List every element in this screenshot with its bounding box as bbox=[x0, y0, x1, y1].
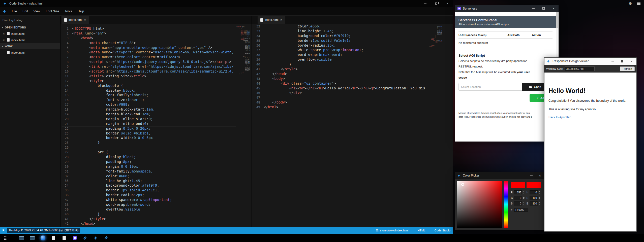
code-line-40[interactable]: 40 } bbox=[254, 62, 428, 67]
minimap[interactable]: color:#666; line-height:1.45; background… bbox=[428, 26, 442, 47]
code-line-20[interactable]: 20 margin-inline-start:0; bbox=[62, 117, 236, 121]
color-cursor[interactable] bbox=[461, 183, 464, 186]
code-line-1[interactable]: 1<!DOCTYPE html> bbox=[62, 26, 236, 31]
taskbar-window-icon[interactable] bbox=[29, 235, 35, 241]
minimize-button[interactable] bbox=[608, 58, 617, 65]
maximize-button[interactable] bbox=[617, 58, 627, 65]
value-input[interactable]: 0 bbox=[514, 201, 522, 205]
code-line-32[interactable]: 32 color:#666; bbox=[254, 24, 428, 29]
close-button[interactable]: × bbox=[442, 0, 453, 7]
menu-font-size[interactable]: Font Size bbox=[43, 8, 62, 14]
stepper[interactable] bbox=[523, 191, 525, 194]
taskbar-browser-icon[interactable] bbox=[40, 235, 46, 241]
refresh-button[interactable]: Refresh bbox=[620, 66, 635, 71]
code-line-4[interactable]: 4 <meta charset="UTF-8"> bbox=[62, 41, 236, 45]
code-line-26[interactable]: 26 bbox=[62, 145, 236, 150]
value-input[interactable]: 100 bbox=[530, 201, 538, 205]
code-line-14[interactable]: 14 display:block; bbox=[62, 88, 236, 93]
close-button[interactable]: × bbox=[548, 5, 559, 12]
taskbar-document-icon[interactable] bbox=[50, 235, 56, 241]
code-line-16[interactable]: 16 font-size:inherit; bbox=[62, 97, 236, 102]
value-input[interactable]: 100 bbox=[530, 196, 538, 200]
code-line-47[interactable]: 47 bbox=[254, 95, 428, 100]
code-line-36[interactable]: 36 border-radius:2px; bbox=[254, 43, 428, 48]
status-language[interactable]: HTML bbox=[417, 229, 425, 232]
code-line-10[interactable]: 10 <script src="https://cdnjs.cloudflare… bbox=[62, 69, 236, 74]
tab-index-html[interactable]: index.html × bbox=[258, 16, 285, 24]
menu-tools[interactable]: Tools bbox=[62, 8, 75, 14]
code-line-17[interactable]: 17 color:#999; bbox=[62, 102, 236, 107]
file-item-index.html[interactable]: ×index.html bbox=[0, 30, 60, 37]
code-line-40[interactable]: 40 } bbox=[62, 212, 236, 217]
taskbar-extension-icon[interactable] bbox=[72, 235, 78, 241]
code-line-9[interactable]: 9 <link rel="stylesheet" href="https://c… bbox=[62, 64, 236, 69]
file-item-index.html[interactable]: ×index.html bbox=[0, 37, 60, 43]
code-line-22[interactable]: 22 padding:0 5px 0 20px; bbox=[62, 126, 236, 131]
code-line-28[interactable]: 28 display:block; bbox=[62, 155, 236, 159]
code-line-42[interactable]: 42 </head> bbox=[62, 221, 236, 226]
hamburger-menu-icon[interactable] bbox=[637, 2, 640, 5]
minimize-button[interactable] bbox=[420, 0, 431, 7]
settings-gear-icon[interactable]: ⚙ bbox=[629, 2, 632, 5]
code-line-37[interactable]: 37 white-space:pre-wrap!important; bbox=[62, 197, 236, 202]
window-size-input[interactable] bbox=[565, 66, 595, 71]
code-line-30[interactable]: 30 margin:0 0 10px; bbox=[62, 164, 236, 169]
code-line-37[interactable]: 37 white-space:pre-wrap!important; bbox=[254, 48, 428, 52]
stepper[interactable] bbox=[523, 202, 525, 205]
value-input[interactable]: 0 bbox=[530, 190, 538, 194]
code-line-23[interactable]: 23 border:solid #b1b1b1; bbox=[62, 131, 236, 136]
file-item-index.html[interactable]: index.html bbox=[0, 49, 60, 56]
close-button[interactable]: × bbox=[627, 58, 636, 65]
menu-help[interactable]: Help bbox=[75, 8, 87, 14]
code-line-42[interactable]: 42 </head> bbox=[254, 72, 428, 76]
stepper[interactable] bbox=[539, 191, 540, 194]
code-line-48[interactable]: 48 </body> bbox=[254, 100, 428, 105]
code-line-27[interactable]: 27 pre { bbox=[62, 150, 236, 155]
code-line-35[interactable]: 35 border:1px solid #e1e1e1; bbox=[254, 38, 428, 43]
code-line-33[interactable]: 33 line-height:1.45; bbox=[62, 179, 236, 183]
minimize-button[interactable] bbox=[528, 5, 538, 12]
code-line-29[interactable]: 29 padding:8px; bbox=[62, 159, 236, 164]
code-line-8[interactable]: 8 <script src="https://code.jquery.com/j… bbox=[62, 59, 236, 64]
taskbar-code-studio-icon[interactable] bbox=[103, 235, 109, 241]
saturation-value-area[interactable] bbox=[457, 181, 502, 228]
taskbar-document-icon[interactable] bbox=[61, 235, 67, 241]
tab-index-html[interactable]: index.html × bbox=[62, 16, 89, 24]
menu-view[interactable]: View bbox=[31, 8, 43, 14]
menu-edit[interactable]: Edit bbox=[20, 8, 31, 14]
code-line-36[interactable]: 36 border-radius:2px; bbox=[62, 193, 236, 197]
code-line-31[interactable]: 31 font-family:monospace; bbox=[62, 169, 236, 174]
code-line-25[interactable]: 25 } bbox=[62, 140, 236, 145]
code-line-41[interactable]: 41 </style> bbox=[62, 217, 236, 221]
taskbar-app-grid-icon[interactable] bbox=[3, 235, 9, 241]
select-location-input[interactable] bbox=[458, 83, 522, 91]
code-line-24[interactable]: 24 border-width:0 0 0 5px bbox=[62, 135, 236, 140]
code-line-13[interactable]: 13 blockquote { bbox=[62, 83, 236, 88]
taskbar-code-studio-icon[interactable] bbox=[93, 235, 99, 241]
stepper[interactable] bbox=[539, 197, 540, 199]
stepper[interactable] bbox=[539, 202, 540, 205]
code-line-39[interactable]: 39 overflow:visible bbox=[62, 207, 236, 212]
code-line-3[interactable]: 3 <head> bbox=[62, 36, 236, 41]
taskbar-code-studio-icon[interactable] bbox=[82, 235, 88, 241]
code-line-11[interactable]: 11 <title>Testing Site</title> bbox=[62, 74, 236, 79]
code-line-6[interactable]: 6 <meta name="viewport" content="user-sc… bbox=[62, 50, 236, 55]
code-line-12[interactable]: 12 <style> bbox=[62, 79, 236, 83]
close-icon[interactable]: × bbox=[3, 39, 7, 42]
code-line-38[interactable]: 38 word-wrap:break-word; bbox=[62, 202, 236, 207]
hex-value-field[interactable]: FF0000 bbox=[514, 208, 528, 212]
section-www[interactable]: ▾WWW bbox=[0, 43, 60, 49]
code-line-44[interactable]: 44 <div class="ui container"> bbox=[254, 81, 428, 86]
code-line-21[interactable]: 21 margin-inline-end:0; bbox=[62, 121, 236, 126]
close-icon[interactable]: × bbox=[84, 18, 86, 22]
code-line-5[interactable]: 5 <meta name="apple-mobile-web-app-capab… bbox=[62, 45, 236, 50]
close-icon[interactable]: × bbox=[280, 18, 282, 22]
minimap[interactable]: <!DOCTYPE html><html lang="en"> <head> <… bbox=[236, 26, 250, 75]
back-to-aprintlab-link[interactable]: Back to Aprintlab bbox=[548, 116, 571, 119]
stepper[interactable] bbox=[523, 197, 525, 199]
close-button[interactable]: × bbox=[536, 172, 544, 179]
menu-file[interactable]: File bbox=[9, 8, 20, 14]
close-icon[interactable]: × bbox=[3, 32, 7, 35]
code-line-46[interactable]: 46 </div> bbox=[254, 90, 428, 95]
value-input[interactable]: 0 bbox=[514, 196, 522, 200]
